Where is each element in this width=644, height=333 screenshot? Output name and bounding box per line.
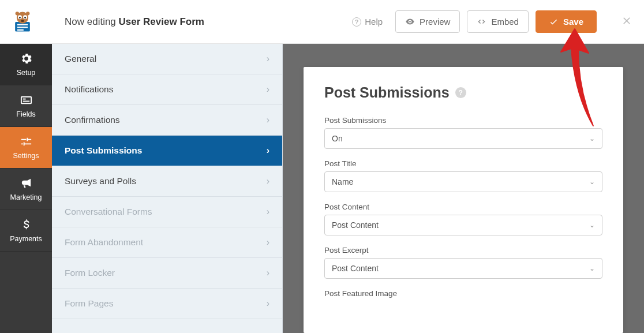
save-label: Save: [563, 17, 583, 27]
select-value: On: [332, 134, 343, 143]
field-post-featured-image: Post Featured Image: [324, 289, 602, 298]
now-editing-label: Now editing: [65, 16, 116, 27]
wpforms-logo: [9, 9, 36, 35]
field-label: Post Excerpt: [324, 246, 602, 255]
preview-button[interactable]: Preview: [395, 10, 460, 33]
settings-item-form-locker[interactable]: Form Locker ›: [52, 258, 282, 289]
chevron-down-icon: ⌄: [589, 134, 595, 143]
nav-setup[interactable]: Setup: [0, 44, 52, 85]
field-post-title: Post Title Name ⌄: [324, 159, 602, 192]
nav-settings[interactable]: Settings: [0, 127, 52, 169]
nav-setup-label: Setup: [17, 69, 36, 77]
close-button[interactable]: [621, 13, 632, 31]
settings-item-label: Surveys and Polls: [65, 176, 136, 186]
chevron-right-icon: ›: [267, 145, 269, 156]
post-submissions-panel: Post Submissions ? Post Submissions On ⌄…: [304, 67, 623, 333]
post-submissions-select[interactable]: On ⌄: [324, 128, 602, 149]
settings-item-form-abandonment[interactable]: Form Abandonment ›: [52, 227, 282, 258]
chevron-down-icon: ⌄: [589, 264, 595, 272]
eye-icon: [405, 17, 415, 27]
svg-point-7: [19, 17, 21, 18]
check-icon: [549, 17, 559, 27]
svg-rect-14: [23, 100, 29, 102]
chevron-right-icon: ›: [267, 298, 269, 309]
svg-point-11: [26, 12, 29, 15]
settings-item-label: General: [65, 54, 96, 64]
chevron-right-icon: ›: [267, 54, 269, 64]
post-excerpt-select[interactable]: Post Content ⌄: [324, 258, 602, 279]
select-value: Post Content: [332, 264, 379, 273]
help-button[interactable]: ? Help: [346, 13, 388, 30]
svg-rect-12: [21, 97, 31, 104]
svg-rect-1: [17, 24, 28, 25]
field-post-content: Post Content Post Content ⌄: [324, 203, 602, 235]
chevron-right-icon: ›: [267, 84, 269, 95]
preview-label: Preview: [420, 17, 450, 27]
chevron-right-icon: ›: [267, 115, 269, 125]
svg-rect-13: [23, 99, 25, 100]
settings-item-post-submissions[interactable]: Post Submissions ›: [52, 136, 282, 166]
top-bar: Now editing User Review Form ? Help Prev…: [0, 0, 644, 44]
main-area: Setup Fields Settings Marketing Payments…: [0, 44, 644, 333]
nav-fields[interactable]: Fields: [0, 85, 52, 127]
post-title-select[interactable]: Name ⌄: [324, 171, 602, 192]
chevron-right-icon: ›: [267, 237, 269, 248]
field-post-excerpt: Post Excerpt Post Content ⌄: [324, 246, 602, 279]
chevron-right-icon: ›: [267, 268, 269, 278]
help-label: Help: [365, 17, 383, 27]
chevron-down-icon: ⌄: [589, 221, 595, 229]
field-label: Post Submissions: [324, 116, 602, 125]
form-name: User Review Form: [119, 16, 204, 27]
settings-item-label: Post Submissions: [65, 145, 142, 156]
settings-item-general[interactable]: General ›: [52, 44, 282, 74]
fields-icon: [20, 93, 33, 107]
chevron-down-icon: ⌄: [589, 178, 595, 186]
settings-item-label: Form Locker: [65, 268, 115, 278]
panel-title: Post Submissions ?: [324, 84, 602, 101]
help-icon: ?: [352, 17, 361, 27]
settings-item-label: Form Pages: [65, 298, 113, 309]
field-label: Post Content: [324, 203, 602, 211]
help-icon[interactable]: ?: [455, 87, 466, 98]
nav-settings-label: Settings: [13, 152, 39, 160]
settings-item-confirmations[interactable]: Confirmations ›: [52, 105, 282, 136]
nav-payments[interactable]: Payments: [0, 210, 52, 252]
settings-item-form-pages[interactable]: Form Pages ›: [52, 289, 282, 319]
settings-item-label: Conversational Forms: [65, 207, 152, 217]
select-value: Name: [332, 177, 353, 186]
settings-item-label: Form Abandonment: [65, 237, 143, 248]
embed-label: Embed: [491, 17, 519, 27]
nav-marketing[interactable]: Marketing: [0, 169, 52, 210]
nav-sidebar: Setup Fields Settings Marketing Payments: [0, 44, 52, 333]
svg-rect-3: [17, 29, 24, 30]
settings-item-notifications[interactable]: Notifications ›: [52, 74, 282, 105]
sliders-icon: [20, 135, 33, 148]
post-content-select[interactable]: Post Content ⌄: [324, 215, 602, 235]
chevron-right-icon: ›: [267, 176, 269, 186]
page-title: Now editing User Review Form: [65, 16, 204, 28]
settings-item-label: Notifications: [65, 84, 113, 95]
chevron-right-icon: ›: [267, 207, 269, 217]
top-actions: ? Help Preview Embed Save: [346, 10, 632, 33]
settings-menu: General › Notifications › Confirmations …: [52, 44, 283, 333]
save-button[interactable]: Save: [536, 10, 597, 33]
code-icon: [477, 17, 486, 27]
nav-payments-label: Payments: [10, 235, 42, 243]
close-icon: [621, 15, 632, 27]
bullhorn-icon: [20, 177, 33, 190]
settings-item-surveys-polls[interactable]: Surveys and Polls ›: [52, 166, 282, 197]
dollar-icon: [20, 218, 33, 231]
field-post-submissions: Post Submissions On ⌄: [324, 116, 602, 149]
svg-point-9: [21, 20, 24, 22]
svg-point-10: [16, 12, 19, 15]
settings-item-label: Confirmations: [65, 115, 120, 125]
svg-point-8: [24, 17, 26, 18]
panel-title-text: Post Submissions: [324, 84, 450, 101]
gear-icon: [20, 52, 33, 65]
field-label: Post Featured Image: [324, 289, 602, 298]
nav-marketing-label: Marketing: [10, 193, 42, 201]
settings-item-conversational-forms[interactable]: Conversational Forms ›: [52, 197, 282, 227]
embed-button[interactable]: Embed: [467, 10, 529, 33]
select-value: Post Content: [332, 220, 379, 230]
svg-rect-2: [17, 27, 28, 28]
